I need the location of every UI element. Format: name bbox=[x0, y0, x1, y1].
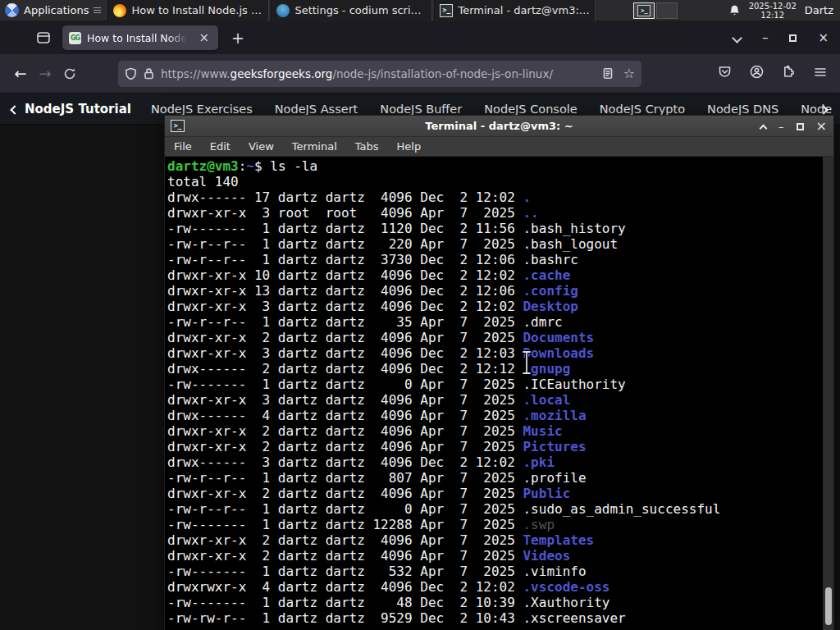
file-name: .bashrc bbox=[523, 252, 578, 267]
clock-time: 12:12 bbox=[749, 11, 797, 20]
terminal-line: -rw-rw-r-- 1 dartz dartz 9529 Dec 2 10:4… bbox=[167, 610, 822, 626]
user-menu[interactable]: Dartz bbox=[805, 4, 835, 16]
url-path: /node-js/installation-of-node-js-on-linu… bbox=[332, 67, 553, 80]
terminal-titlebar[interactable]: >_ Terminal - dartz@vm3: ~ – × bbox=[165, 116, 833, 137]
terminal-menu-help[interactable]: Help bbox=[388, 140, 431, 153]
terminal-line: -rw------- 1 dartz dartz 12288 Apr 7 202… bbox=[167, 517, 822, 532]
terminal-line: drwxr-xr-x 2 dartz dartz 4096 Apr 7 2025… bbox=[167, 423, 822, 439]
applications-label: Applications bbox=[24, 4, 89, 16]
terminal-line: drwxr-xr-x 13 dartz dartz 4096 Dec 2 12:… bbox=[167, 283, 822, 299]
account-icon[interactable] bbox=[750, 65, 764, 82]
terminal-shade-button[interactable] bbox=[760, 122, 766, 131]
terminal-mini-icon: >_ bbox=[637, 5, 651, 16]
directory-name: Desktop bbox=[523, 299, 578, 314]
firefox-view-icon[interactable] bbox=[31, 27, 56, 48]
directory-name: .local bbox=[523, 392, 570, 408]
workspace-switcher[interactable]: >_ bbox=[633, 2, 678, 19]
new-tab-button[interactable]: + bbox=[226, 29, 249, 47]
geeksforgeeks-favicon: GG bbox=[69, 32, 81, 44]
clock[interactable]: 2025-12-02 12:12 bbox=[749, 2, 797, 20]
browser-close-button[interactable]: × bbox=[818, 32, 829, 44]
taskbar-window-button[interactable]: >_Terminal - dartz@vm3: ~ bbox=[434, 0, 596, 21]
nav-link[interactable]: NodeJS Crypto bbox=[600, 103, 685, 116]
lock-icon[interactable] bbox=[144, 67, 154, 80]
terminal-maximize-button[interactable] bbox=[797, 123, 804, 130]
nav-link[interactable]: NodeJS Buffer bbox=[380, 103, 462, 116]
directory-name: Music bbox=[523, 423, 562, 439]
file-name: .viminfo bbox=[523, 564, 586, 579]
distro-logo-icon bbox=[2, 0, 21, 20]
browser-tab[interactable]: GG How to Install Node.js on × bbox=[62, 25, 218, 50]
pocket-icon[interactable] bbox=[718, 65, 732, 82]
nav-link[interactable]: NodeJS Exercises bbox=[151, 103, 253, 116]
nav-link[interactable]: NodeJS DNS bbox=[707, 103, 778, 116]
terminal-line: -rw-r--r-- 1 dartz dartz 35 Apr 7 2025 .… bbox=[167, 314, 822, 330]
terminal-icon: >_ bbox=[440, 4, 453, 17]
menu-hamburger-icon[interactable] bbox=[814, 66, 827, 81]
terminal-menu-terminal[interactable]: Terminal bbox=[283, 140, 346, 153]
terminal-line: drwxrwxr-x 4 dartz dartz 4096 Dec 2 12:0… bbox=[167, 579, 822, 595]
nav-links: NodeJS TutorialNodeJS ExercisesNodeJS As… bbox=[25, 102, 833, 116]
terminal-line: drwxr-xr-x 2 dartz dartz 4096 Apr 7 2025… bbox=[167, 486, 822, 501]
file-name: .bash_history bbox=[523, 221, 625, 236]
notification-bell-icon[interactable] bbox=[728, 4, 741, 17]
directory-name: Downloads bbox=[523, 345, 594, 361]
directory-name: Public bbox=[523, 486, 570, 501]
applications-menu-button[interactable]: Applications bbox=[0, 0, 107, 21]
bookmark-star-icon[interactable]: ☆ bbox=[623, 66, 635, 81]
back-button[interactable]: ← bbox=[8, 62, 33, 86]
terminal-line: drwxr-xr-x 2 dartz dartz 4096 Apr 7 2025… bbox=[167, 330, 822, 345]
nav-scroll-left-icon[interactable] bbox=[11, 101, 18, 116]
directory-name: . bbox=[523, 189, 531, 205]
terminal-close-button[interactable]: × bbox=[816, 120, 827, 133]
terminal-line: -rw------- 1 dartz dartz 532 Apr 7 2025 … bbox=[167, 564, 822, 579]
tab-close-icon[interactable]: × bbox=[196, 31, 212, 45]
directory-name: .cache bbox=[523, 267, 570, 283]
tracking-shield-icon[interactable] bbox=[125, 67, 137, 80]
terminal-line: drwxr-xr-x 3 root root 4096 Apr 7 2025 .… bbox=[167, 205, 822, 221]
terminal-scrollbar-thumb[interactable] bbox=[825, 587, 832, 625]
clock-date: 2025-12-02 bbox=[749, 2, 797, 11]
prompt-command: $ ls -la bbox=[254, 158, 317, 174]
forward-button[interactable]: → bbox=[33, 62, 57, 86]
list-tabs-chevron-icon[interactable] bbox=[732, 33, 742, 43]
terminal-scrollbar[interactable] bbox=[823, 157, 833, 630]
terminal-menu-tabs[interactable]: Tabs bbox=[346, 140, 388, 153]
terminal-line: drwxr-xr-x 2 dartz dartz 4096 Apr 7 2025… bbox=[167, 532, 822, 548]
directory-name: .. bbox=[523, 205, 538, 221]
taskbar-window-button[interactable]: Settings - codium script... bbox=[271, 0, 432, 21]
nav-link[interactable]: NodeJS Tutorial bbox=[25, 102, 131, 116]
terminal-menu-edit[interactable]: Edit bbox=[201, 140, 240, 153]
terminal-line: -rw-r--r-- 1 dartz dartz 220 Apr 7 2025 … bbox=[167, 236, 822, 252]
terminal-menu-file[interactable]: File bbox=[165, 140, 201, 153]
nav-link[interactable]: NodeJS Console bbox=[484, 103, 578, 116]
terminal-menu-view[interactable]: View bbox=[240, 140, 283, 153]
taskbar-window-title: Settings - codium script... bbox=[294, 4, 427, 16]
directory-name: Pictures bbox=[523, 439, 586, 454]
taskbar-window-button[interactable]: How to Install Node.js o... bbox=[107, 0, 269, 21]
terminal-window-title: Terminal - dartz@vm3: ~ bbox=[165, 120, 833, 132]
url-bar[interactable]: https://www.geeksforgeeks.org/node-js/in… bbox=[118, 61, 641, 87]
url-prefix: https://www. bbox=[161, 67, 231, 80]
terminal-line: -rw-r--r-- 1 dartz dartz 0 Apr 7 2025 .s… bbox=[167, 501, 822, 517]
prompt-colon: : bbox=[239, 158, 247, 174]
workspace-1-active[interactable]: >_ bbox=[633, 2, 655, 19]
extensions-icon[interactable] bbox=[782, 65, 796, 82]
file-name: .Xauthority bbox=[523, 595, 609, 610]
taskbar-window-title: Terminal - dartz@vm3: ~ bbox=[458, 4, 590, 16]
terminal-minimize-button[interactable]: – bbox=[778, 121, 784, 132]
terminal-prompt-line: dartz@vm3:~$ ls -la bbox=[167, 158, 822, 174]
reader-mode-icon[interactable] bbox=[602, 67, 614, 80]
workspace-2[interactable] bbox=[656, 2, 678, 19]
browser-minimize-button[interactable]: – bbox=[762, 32, 769, 44]
file-name: .swp bbox=[523, 517, 555, 532]
url-domain: geeksforgeeks.org bbox=[231, 67, 333, 80]
terminal-line: -rw-r--r-- 1 dartz dartz 807 Apr 7 2025 … bbox=[167, 470, 822, 486]
browser-toolbar: ← → https://www.geeksforgeeks.org/node-j… bbox=[0, 54, 840, 94]
reload-button[interactable] bbox=[57, 62, 82, 86]
nav-link[interactable]: NodeJS Assert bbox=[275, 103, 358, 116]
terminal-output: drwx------ 17 dartz dartz 4096 Dec 2 12:… bbox=[167, 189, 822, 626]
directory-name: .pki bbox=[523, 454, 555, 470]
url-text: https://www.geeksforgeeks.org/node-js/in… bbox=[161, 67, 596, 80]
browser-maximize-button[interactable] bbox=[789, 34, 797, 42]
